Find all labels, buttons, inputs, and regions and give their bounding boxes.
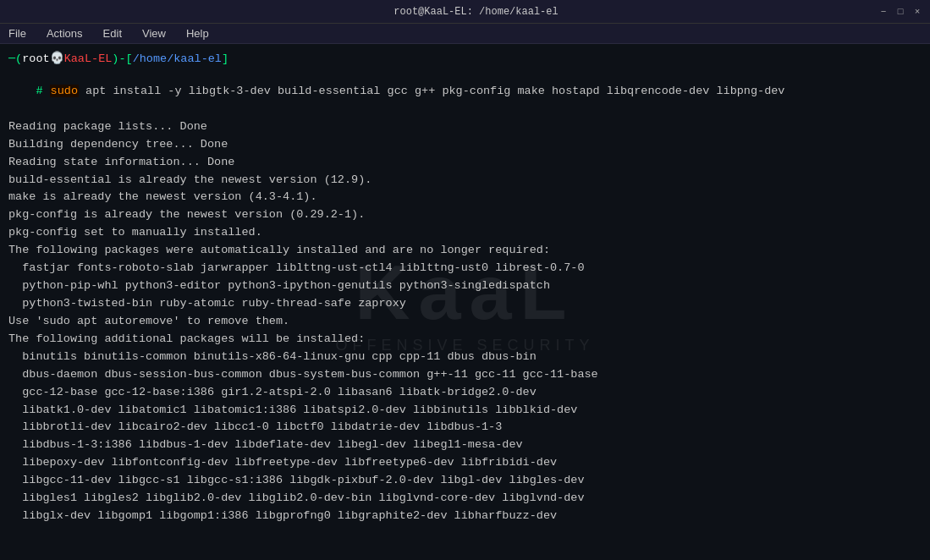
output-line-23: libglx-dev libgomp1 libgomp1:i386 libgpr…: [8, 508, 922, 525]
menu-file[interactable]: File: [3, 25, 31, 41]
output-line-11: python3-twisted-bin ruby-atomic ruby-thr…: [8, 295, 922, 313]
output-line-8: The following packages were automaticall…: [8, 242, 922, 260]
output-line-19: libdbus-1-3:i386 libdbus-1-dev libdeflat…: [8, 436, 922, 454]
prompt-line: ─ ( root 💀 KaaL-EL )-[ /home/kaal-el ]: [8, 51, 922, 65]
output-line-16: gcc-12-base gcc-12-base:i386 gir1.2-atsp…: [8, 384, 922, 402]
sudo-keyword: sudo: [50, 85, 79, 97]
menu-actions[interactable]: Actions: [41, 25, 88, 41]
window-title: root@KaaL-EL: /home/kaal-el: [74, 6, 878, 18]
window-controls: − □ ×: [878, 6, 923, 18]
output-line-4: build-essential is already the newest ve…: [8, 172, 922, 189]
output-line-1: Reading package lists... Done: [8, 118, 922, 136]
output-line-7: pkg-config set to manually installed.: [8, 224, 922, 242]
menu-view[interactable]: View: [137, 25, 171, 41]
command-text: apt install -y libgtk-3-dev build-essent…: [79, 85, 784, 97]
prompt-separator: )-[: [112, 52, 132, 65]
output-line-3: Reading state information... Done: [8, 154, 922, 172]
output-line-18: libbrotli-dev libcairo2-dev libcc1-0 lib…: [8, 419, 922, 436]
output-line-15: dbus-daemon dbus-session-bus-common dbus…: [8, 366, 922, 384]
output-line-9: fastjar fonts-roboto-slab jarwrapper lib…: [8, 260, 922, 277]
prompt-hash: #: [36, 85, 49, 97]
command-line: # sudo apt install -y libgtk-3-dev build…: [8, 65, 922, 118]
output-line-12: Use 'sudo apt autoremove' to remove them…: [8, 313, 922, 331]
output-line-6: pkg-config is already the newest version…: [8, 206, 922, 224]
menu-bar: File Actions Edit View Help: [0, 24, 930, 44]
prompt-hostname: KaaL-EL: [64, 52, 113, 65]
terminal-body[interactable]: KaaL OFFENSIVE SECURITY ─ ( root 💀 KaaL-…: [0, 44, 930, 560]
output-line-21: libgcc-11-dev libgcc-s1 libgcc-s1:i386 l…: [8, 472, 922, 490]
output-line-20: libepoxy-dev libfontconfig-dev libfreety…: [8, 454, 922, 472]
menu-help[interactable]: Help: [181, 25, 214, 41]
prompt-bracket-open: (: [15, 52, 22, 65]
menu-edit[interactable]: Edit: [98, 25, 127, 41]
title-bar: root@KaaL-EL: /home/kaal-el − □ ×: [0, 0, 930, 24]
prompt-root: root: [22, 52, 49, 65]
close-button[interactable]: ×: [911, 6, 923, 18]
output-line-17: libatk1.0-dev libatomic1 libatomic1:i386…: [8, 402, 922, 420]
output-line-2: Building dependency tree... Done: [8, 136, 922, 154]
output-line-22: libgles1 libgles2 libglib2.0-dev libglib…: [8, 490, 922, 508]
output-line-10: python-pip-whl python3-editor python3-ip…: [8, 277, 922, 295]
prompt-path: /home/kaal-el: [133, 52, 222, 65]
prompt-bracket-close: ]: [222, 52, 228, 65]
output-line-14: binutils binutils-common binutils-x86-64…: [8, 349, 922, 366]
maximize-button[interactable]: □: [894, 6, 906, 18]
output-line-5: make is already the newest version (4.3-…: [8, 189, 922, 206]
prompt-skull: 💀: [50, 51, 64, 65]
output-line-13: The following additional packages will b…: [8, 331, 922, 349]
prompt-dash: ─: [8, 52, 15, 65]
minimize-button[interactable]: −: [878, 6, 889, 18]
